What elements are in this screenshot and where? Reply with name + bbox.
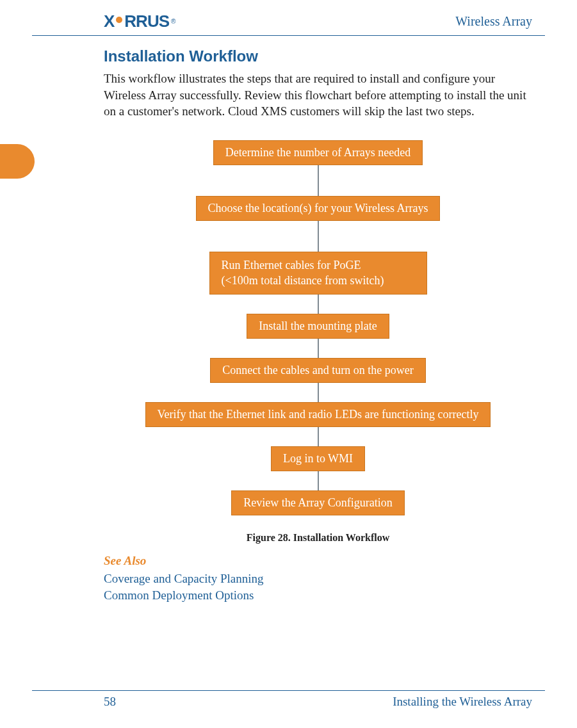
- flow-step: Run Ethernet cables for PoGE(<100m total…: [209, 252, 427, 295]
- page-header: X RRUS ® Wireless Array: [32, 12, 545, 36]
- brand-logo: X RRUS ®: [104, 12, 175, 31]
- figure-caption: Figure 28. Installation Workflow: [104, 532, 532, 544]
- flow-step: Verify that the Ethernet link and radio …: [145, 402, 491, 427]
- flow-connector: [318, 339, 319, 358]
- doc-title: Wireless Array: [455, 14, 532, 29]
- flow-connector: [318, 427, 319, 446]
- page-number: 58: [104, 695, 116, 709]
- flow-connector: [318, 471, 319, 490]
- see-also-link[interactable]: Common Deployment Options: [104, 587, 532, 604]
- registered-mark: ®: [171, 18, 175, 25]
- logo-dot-icon: [116, 17, 122, 23]
- section-title: Installation Workflow: [104, 47, 532, 65]
- see-also-link[interactable]: Coverage and Capacity Planning: [104, 570, 532, 588]
- footer-chapter: Installing the Wireless Array: [393, 695, 532, 709]
- flow-step: Install the mounting plate: [247, 314, 389, 339]
- workflow-flowchart: Determine the number of Arrays needed Ch…: [104, 140, 532, 515]
- see-also-heading: See Also: [104, 554, 532, 568]
- logo-text-suffix: RRUS: [124, 12, 169, 31]
- section-intro: This workflow illustrates the steps that…: [104, 70, 532, 120]
- thumb-tab: [0, 144, 35, 179]
- flow-connector: [318, 165, 319, 196]
- flow-step: Determine the number of Arrays needed: [213, 140, 423, 165]
- flow-connector: [318, 221, 319, 252]
- flow-step: Review the Array Configuration: [231, 490, 404, 515]
- flow-connector: [318, 383, 319, 402]
- flow-step: Connect the cables and turn on the power: [210, 358, 425, 383]
- flow-connector: [318, 295, 319, 314]
- flow-step: Log in to WMI: [271, 446, 365, 471]
- page-footer: 58 Installing the Wireless Array: [32, 690, 545, 709]
- logo-text-prefix: X: [104, 12, 114, 31]
- flow-step: Choose the location(s) for your Wireless…: [196, 196, 441, 221]
